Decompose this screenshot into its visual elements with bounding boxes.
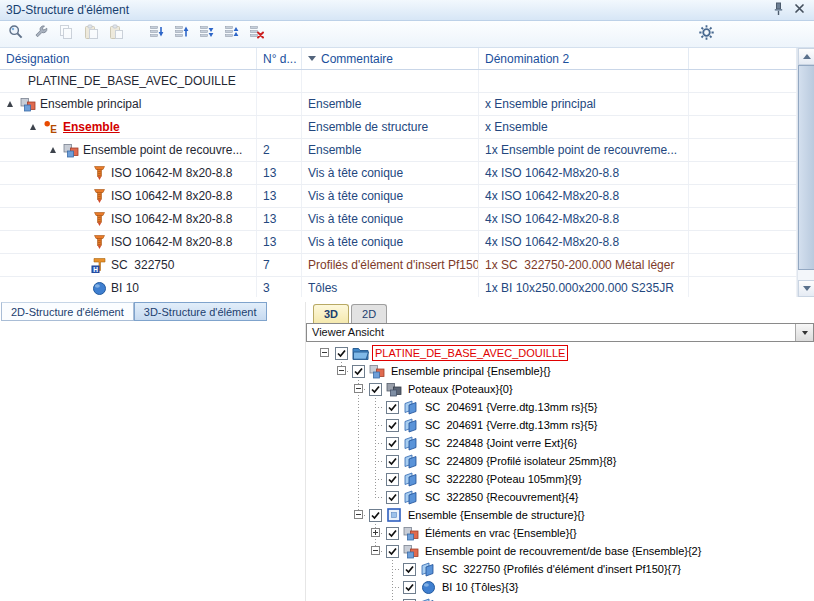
scroll-down-button[interactable] [798,280,814,297]
column-header-number[interactable]: N° d... [257,48,302,69]
tree-item-label[interactable]: SC 322850 {Recouvrement}{4} [423,490,581,504]
toolbar [0,21,814,48]
row-expander-icon[interactable] [50,147,56,153]
tree-item-label[interactable]: PLATINE_DE_BASE_AVEC_DOUILLE [372,345,568,361]
view-select[interactable]: Viewer Ansicht [306,323,814,342]
settings-button[interactable] [694,23,718,45]
collapse-icon[interactable] [371,546,380,555]
search-icon [8,24,24,44]
table-row[interactable]: ISO 10642-M 8x20-8.813Vis à tête conique… [0,231,797,254]
tree-guide [316,542,333,560]
dock-tabs: 2D-Structure d'élément3D-Structure d'élé… [0,302,306,322]
table-row[interactable]: Ensemble principalEnsemblex Ensemble pri… [0,93,797,116]
tree-connector [367,524,384,542]
tree-item[interactable]: SC 322850 {Recouvrement}{4} [316,488,814,506]
checkbox[interactable] [386,401,399,414]
dock-tab-1[interactable]: 3D-Structure d'élément [134,302,267,321]
table-row[interactable]: HSC 3227507Profilés d'élément d'insert P… [0,254,797,277]
checkbox[interactable] [403,563,416,576]
expand-all-down-button[interactable] [195,23,219,45]
pin-button[interactable] [769,2,787,18]
filler-cell [689,139,797,161]
paste-button [79,23,103,45]
tree-item-label[interactable]: Poteaux {Poteaux}{0} [406,382,515,396]
checkbox[interactable] [369,383,382,396]
table-row[interactable]: EEnsembleEnsemble de structurex Ensemble [0,116,797,139]
collapse-icon[interactable] [320,348,329,357]
dock-tab-0[interactable]: 2D-Structure d'élément [1,302,134,321]
wrench-button[interactable] [29,23,53,45]
collapse-icon[interactable] [354,510,363,519]
tree-item[interactable]: Ensemble {Ensemble de structure}{} [316,506,814,524]
collapse-icon[interactable] [337,366,346,375]
checkbox[interactable] [335,347,348,360]
panel-3d-structure: 3D-Structure d'élément Désignation N° d.… [0,0,814,601]
tree-item-label[interactable]: SC 204691 {Verre.dtg.13mm rs}{5} [423,400,599,414]
viewer-tab-3d[interactable]: 3D [313,304,349,323]
tree-item-label[interactable]: SC 322280 {Poteau 105mm}{9} [423,472,584,486]
checkbox[interactable] [386,419,399,432]
row-expander-icon[interactable] [7,101,13,107]
column-header-comment[interactable]: Commentaire [302,48,479,69]
tree-item[interactable]: Ensemble principal {Ensemble}{} [316,362,814,380]
expand-down-button[interactable] [145,23,169,45]
tree-item-label[interactable]: Éléments en vrac {Ensemble}{} [423,526,579,540]
tree-item[interactable]: SC 224809 {Profilé isolateur 25mm}{8} [316,452,814,470]
table-row[interactable]: PLATINE_DE_BASE_AVEC_DOUILLE [0,70,797,93]
tree-item-label[interactable]: SC 204691 {Verre.dtg.13mm rs}{5} [423,418,599,432]
expand-icon[interactable] [371,528,380,537]
tree-item-label[interactable]: Ensemble principal {Ensemble}{} [389,364,553,378]
scrollbar-thumb[interactable] [798,65,814,270]
checkbox[interactable] [386,527,399,540]
tree-item[interactable]: BI 10 {Tôles}{3} [316,578,814,596]
column-header-designation[interactable]: Désignation [0,48,257,69]
checkbox[interactable] [403,581,416,594]
tree-item-label[interactable]: BI 10 {Tôles}{3} [440,580,520,594]
tree-item-label[interactable]: SC 224809 {Profilé isolateur 25mm}{8} [423,454,618,468]
collapse-icon[interactable] [354,384,363,393]
table-row[interactable]: Ensemble point de recouvre...2Ensemble1x… [0,139,797,162]
scroll-up-button[interactable] [798,48,814,65]
tree-item-label[interactable]: SC 322750 {Profilés d'élément d'insert P… [440,562,683,576]
tree-item[interactable] [316,596,814,601]
row-expander-icon[interactable] [30,124,36,130]
expand-up-button[interactable] [170,23,194,45]
designation-label: Ensemble [63,120,120,134]
close-button[interactable] [790,2,808,18]
tree-item[interactable]: PLATINE_DE_BASE_AVEC_DOUILLE [316,344,814,362]
tree-item[interactable]: Éléments en vrac {Ensemble}{} [316,524,814,542]
view-select-dropdown-button[interactable] [795,324,813,341]
table-row[interactable]: BI 103Tôles1x BI 10x250.000x200.000 S235… [0,277,797,297]
table-row[interactable]: ISO 10642-M 8x20-8.813Vis à tête conique… [0,208,797,231]
tree-item-label[interactable]: Ensemble {Ensemble de structure}{} [406,508,587,522]
table-row[interactable]: ISO 10642-M 8x20-8.813Vis à tête conique… [0,185,797,208]
tree-item[interactable]: Poteaux {Poteaux}{0} [316,380,814,398]
tree-guide [350,578,367,596]
tree-item[interactable]: SC 322280 {Poteau 105mm}{9} [316,470,814,488]
profile-icon [402,453,420,469]
tree-item[interactable]: Ensemble point de recouvrement/de base {… [316,542,814,560]
vertical-scrollbar[interactable] [797,48,814,297]
search-button[interactable] [4,23,28,45]
checkbox[interactable] [386,455,399,468]
tree-connector [384,560,401,578]
tree-connector [384,578,401,596]
checkbox[interactable] [369,509,382,522]
tree-item[interactable]: SC 224848 {Joint verre Ext}{6} [316,434,814,452]
viewer-tab-2d[interactable]: 2D [351,304,387,323]
checkbox[interactable] [386,491,399,504]
comment-cell: Ensemble [302,139,479,161]
clear-sort-button[interactable] [245,23,269,45]
tree-item[interactable]: SC 204691 {Verre.dtg.13mm rs}{5} [316,398,814,416]
table-row[interactable]: ISO 10642-M 8x20-8.813Vis à tête conique… [0,162,797,185]
tree-item[interactable]: SC 322750 {Profilés d'élément d'insert P… [316,560,814,578]
checkbox[interactable] [386,437,399,450]
expand-all-up-button[interactable] [220,23,244,45]
checkbox[interactable] [386,545,399,558]
checkbox[interactable] [352,365,365,378]
column-header-denomination2[interactable]: Dénomination 2 [479,48,689,69]
tree-item-label[interactable]: SC 224848 {Joint verre Ext}{6} [423,436,579,450]
checkbox[interactable] [386,473,399,486]
tree-item-label[interactable]: Ensemble point de recouvrement/de base {… [423,544,703,558]
tree-item[interactable]: SC 204691 {Verre.dtg.13mm rs}{5} [316,416,814,434]
